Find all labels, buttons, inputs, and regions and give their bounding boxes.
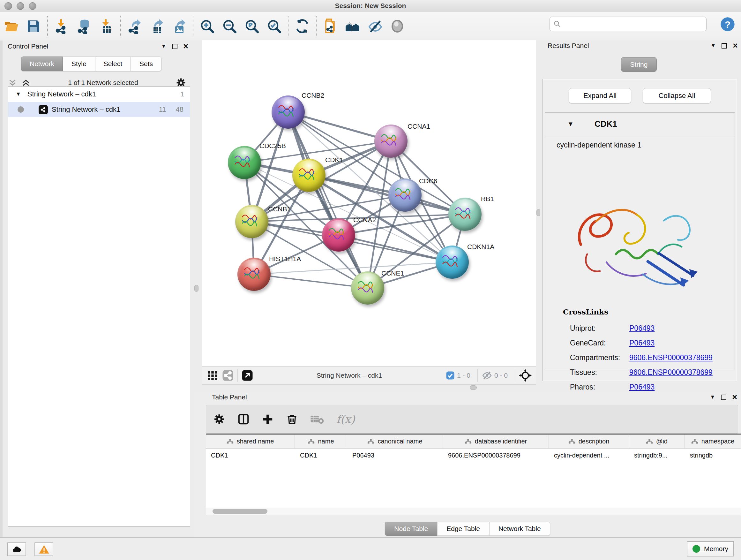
table-cell[interactable]: CDK1 <box>295 449 347 462</box>
expand-all-button[interactable]: Expand All <box>569 88 631 104</box>
node-section-header[interactable]: ▼ CDK1 <box>545 113 735 137</box>
zoom-fit-button[interactable] <box>241 16 263 37</box>
column-header-namespace[interactable]: namespace <box>685 435 741 448</box>
show-home-panels-button[interactable] <box>341 16 364 37</box>
network-node-hist1h1a[interactable] <box>238 258 271 291</box>
results-panel-float-icon[interactable]: ▼ <box>711 43 716 49</box>
network-node-ccnb2[interactable] <box>272 96 305 129</box>
import-network-file-button[interactable] <box>51 16 73 37</box>
table-horizontal-scrollbar[interactable] <box>206 508 741 515</box>
control-panel-maximize-icon[interactable] <box>172 44 178 49</box>
table-row[interactable]: CDK1CDK1P064939606.ENSP00000378699cyclin… <box>206 449 741 462</box>
tab-select[interactable]: Select <box>95 57 131 71</box>
protein-thumbnail-icon <box>394 187 416 201</box>
open-session-button[interactable] <box>0 16 22 37</box>
collapse-all-button[interactable]: Collapse All <box>643 88 711 104</box>
node-label-cdc25b: CDC25B <box>259 142 286 150</box>
hidden-eye-icon[interactable] <box>482 370 492 381</box>
add-column-icon[interactable] <box>262 413 274 425</box>
tab-node-table[interactable]: Node Table <box>385 522 437 536</box>
import-table-file-button[interactable] <box>95 16 118 37</box>
results-panel-close-icon[interactable]: × <box>733 43 738 49</box>
network-node-ccna1[interactable] <box>374 125 408 158</box>
delete-column-trash-icon[interactable] <box>286 413 298 425</box>
network-edge[interactable] <box>339 235 452 262</box>
warnings-button[interactable] <box>35 543 53 556</box>
table-cell[interactable]: 9606.ENSP00000378699 <box>443 449 549 462</box>
section-expander-icon[interactable]: ▼ <box>567 120 574 128</box>
import-network-database-button[interactable] <box>73 16 95 37</box>
scrollbar-thumb[interactable] <box>212 509 267 514</box>
table-cell[interactable]: stringdb <box>685 449 741 462</box>
left-splitter-handle[interactable] <box>194 285 199 292</box>
network-share-icon[interactable] <box>222 370 233 381</box>
birds-eye-grid-icon[interactable] <box>207 370 218 381</box>
network-edge[interactable] <box>254 274 367 288</box>
zoom-out-button[interactable] <box>218 16 241 37</box>
center-view-crosshair-icon[interactable] <box>519 369 532 382</box>
network-node-cdc6[interactable] <box>388 179 421 212</box>
network-node-ccna2[interactable] <box>322 219 355 252</box>
column-header-database-identifier[interactable]: database identifier <box>443 435 549 448</box>
network-node-cdc25b[interactable] <box>228 146 261 179</box>
tree-expander-icon[interactable]: ▼ <box>16 91 21 98</box>
column-header-description[interactable]: description <box>549 435 629 448</box>
export-table-button[interactable] <box>145 16 168 37</box>
tab-edge-table[interactable]: Edge Table <box>437 522 489 536</box>
help-icon: ? <box>719 16 736 33</box>
table-cell[interactable]: stringdb:9... <box>629 449 685 462</box>
network-collection-row[interactable]: ▼ String Network – cdk1 1 <box>8 86 190 102</box>
show-columns-icon[interactable] <box>238 413 250 425</box>
network-document-button[interactable] <box>319 16 341 37</box>
table-cell[interactable]: P06493 <box>347 449 443 462</box>
sphere-button[interactable] <box>386 16 408 37</box>
table-panel-close-icon[interactable]: × <box>732 395 737 400</box>
network-node-ccnb1[interactable] <box>235 205 268 238</box>
tab-network[interactable]: Network <box>21 57 63 71</box>
crosslink-value-link[interactable]: P06493 <box>629 324 655 333</box>
column-header-id[interactable]: @id <box>629 435 685 448</box>
tab-string[interactable]: String <box>621 57 657 72</box>
tab-style[interactable]: Style <box>63 57 95 71</box>
selected-checkbox-icon[interactable] <box>446 371 455 380</box>
import-network-database-icon <box>76 18 91 34</box>
memory-button[interactable]: Memory <box>687 541 734 557</box>
export-image-button[interactable] <box>168 16 190 37</box>
cloud-status-button[interactable] <box>7 543 26 556</box>
control-panel-float-icon[interactable]: ▼ <box>161 43 166 50</box>
network-node-ccne1[interactable] <box>351 271 384 305</box>
network-node-rb1[interactable] <box>448 198 482 231</box>
table-panel-float-icon[interactable]: ▼ <box>710 394 715 400</box>
network-canvas[interactable]: CCNB2CCNA1CDC25BCDK1CDC6RB1CCNB1CCNA2CDK… <box>202 40 536 366</box>
crosslink-value-link[interactable]: 9606.ENSP00000378699 <box>629 354 713 362</box>
apply-layout-button[interactable] <box>291 16 313 37</box>
table-cell[interactable]: cyclin-dependent ... <box>549 449 629 462</box>
help-button[interactable]: ? <box>719 16 736 33</box>
table-cell[interactable]: CDK1 <box>206 449 295 462</box>
table-panel-maximize-icon[interactable] <box>721 395 726 400</box>
results-panel-maximize-icon[interactable] <box>722 43 727 49</box>
tab-network-table[interactable]: Network Table <box>489 522 550 536</box>
zoom-in-button[interactable] <box>196 16 218 37</box>
crosslink-value-link[interactable]: 9606.ENSP00000378699 <box>629 368 713 377</box>
control-panel-close-icon[interactable]: × <box>183 44 188 49</box>
network-row[interactable]: String Network – cdk1 11 48 <box>8 102 190 117</box>
zoom-selected-button[interactable] <box>263 16 285 37</box>
tab-sets[interactable]: Sets <box>131 57 161 71</box>
crosslink-value-link[interactable]: P06493 <box>629 339 655 348</box>
zoom-selected-icon <box>266 18 282 34</box>
column-header-shared-name[interactable]: shared name <box>206 435 295 448</box>
network-node-cdk1[interactable] <box>292 159 326 192</box>
save-session-button[interactable] <box>22 16 45 37</box>
open-in-window-icon[interactable] <box>242 370 253 381</box>
export-network-button[interactable] <box>123 16 145 37</box>
table-options-gear-icon[interactable] <box>213 413 225 425</box>
network-node-cdkn1a[interactable] <box>435 246 469 279</box>
hide-panel-button[interactable] <box>364 16 386 37</box>
column-header-canonical-name[interactable]: canonical name <box>347 435 443 448</box>
horizontal-splitter-handle[interactable] <box>470 385 477 390</box>
search-input[interactable] <box>561 20 703 28</box>
crosslink-value-link[interactable]: P06493 <box>629 383 655 391</box>
column-header-name[interactable]: name <box>295 435 347 448</box>
warning-icon <box>39 544 50 555</box>
